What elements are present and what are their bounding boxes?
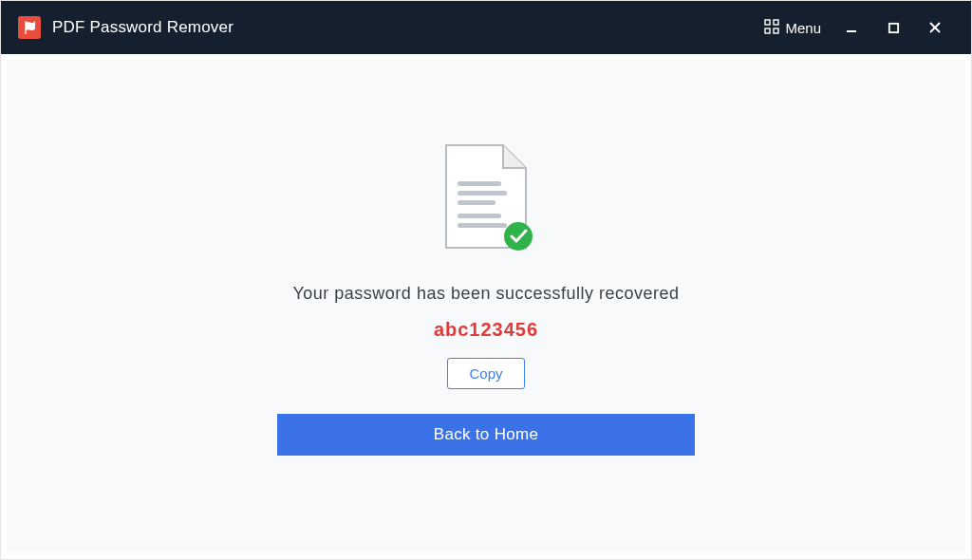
svg-rect-5 [888, 23, 897, 31]
svg-rect-0 [765, 20, 770, 25]
svg-rect-9 [458, 191, 507, 196]
svg-rect-8 [458, 181, 501, 186]
titlebar: PDF Password Remover Menu [1, 1, 971, 54]
recovered-password: abc123456 [434, 319, 538, 341]
back-to-home-button[interactable]: Back to Home [277, 414, 695, 456]
maximize-button[interactable] [874, 9, 912, 47]
menu-label: Menu [785, 20, 821, 36]
svg-rect-11 [458, 214, 501, 218]
copy-button[interactable]: Copy [447, 358, 524, 389]
success-message: Your password has been successfully reco… [292, 284, 679, 304]
app-title: PDF Password Remover [52, 18, 234, 37]
grid-icon [764, 19, 779, 37]
svg-rect-1 [774, 20, 778, 25]
minimize-button[interactable] [832, 9, 870, 47]
app-window: PDF Password Remover Menu [0, 0, 972, 560]
main-content: Your password has been successfully reco… [7, 60, 965, 553]
svg-rect-10 [458, 200, 495, 205]
close-button[interactable] [916, 9, 954, 47]
svg-point-13 [504, 222, 533, 251]
svg-rect-2 [765, 28, 770, 33]
document-success-icon [439, 141, 533, 257]
svg-rect-12 [458, 223, 507, 228]
menu-button[interactable]: Menu [757, 13, 829, 43]
app-logo-icon [18, 16, 41, 39]
svg-rect-3 [774, 28, 778, 33]
